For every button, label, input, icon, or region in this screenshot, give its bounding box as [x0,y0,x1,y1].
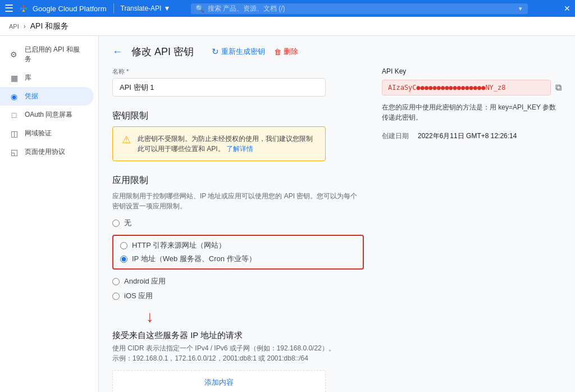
name-field-section: 名称 * [112,67,364,97]
red-arrow-icon: ↓ [146,308,364,326]
domain-icon: ◫ [9,129,19,138]
add-content-label: 添加内容 [204,377,234,388]
regenerate-key-button[interactable]: ↻ 重新生成密钥 [212,47,265,57]
radio-http[interactable]: HTTP 引荐来源网址（网站） [120,240,356,250]
key-restriction-title: 密钥限制 [112,110,364,122]
radio-ios[interactable]: iOS 应用 [112,291,364,301]
sidebar-item-credentials[interactable]: ◉ 凭据 [0,87,94,106]
svg-point-0 [22,7,25,10]
created-label: 创建日期 [382,131,409,141]
content-right: API Key AIzaSyC●●●●●●●●●●●●●●●●●NY_z8 ⧉ … [382,67,562,392]
topbar-project-arrow-icon: ▼ [163,4,170,12]
key-restriction-section: 密钥限制 ⚠ 此密钥不受限制。为防止未经授权的使用，我们建议您限制此可以用于哪些… [112,110,364,161]
api-key-value-row: AIzaSyC●●●●●●●●●●●●●●●●●NY_z8 ⧉ [382,80,562,95]
server-ip-title: 接受来自这些服务器 IP 地址的请求 [112,330,364,341]
topbar-project-name: Translate-API [121,4,162,12]
topbar: ☰ Google Cloud Platform Translate-API ▼ … [0,0,575,17]
radio-group-app-restriction: 无 HTTP 引荐来源网址（网站） IP 地址（Web 服务器、Cron 作业等… [112,218,364,301]
api-key-text: AIzaSyC●●●●●●●●●●●●●●●●●NY_z8 [382,80,551,95]
radio-android-input[interactable] [112,278,120,285]
sidebar-item-page-usage[interactable]: ◱ 页面使用协议 [0,143,94,161]
secondary-bar-separator: › [24,22,26,30]
search-input[interactable] [208,4,514,12]
app-restriction-desc: 应用限制用于控制哪些网站、IP 地址或应用可以使用您的 API 密钥。您可以为每… [112,191,364,211]
radio-none-label: 无 [124,218,131,228]
sidebar-item-domain[interactable]: ◫ 网域验证 [0,124,94,143]
main-layout: ⚙ 已启用的 API 和服务 ▦ 库 ◉ 凭据 □ OAuth 同意屏幕 ◫ 网… [0,36,575,392]
search-expand-icon: ▼ [518,6,523,12]
gcp-logo-icon [18,3,29,14]
radio-none-input[interactable] [112,220,120,227]
learn-more-link[interactable]: 了解详情 [226,145,253,153]
topbar-logo: Google Cloud Platform [18,3,107,14]
credentials-icon: ◉ [9,92,19,101]
delete-button[interactable]: 🗑 删除 [274,47,298,57]
warning-text: 此密钥不受限制。为防止未经授权的使用，我们建议您限制此可以用于哪些位置和 API… [138,134,316,154]
radio-ios-label: iOS 应用 [124,291,153,301]
radio-http-input[interactable] [120,242,127,249]
content-columns: 名称 * 密钥限制 ⚠ 此密钥不受限制。为防止未经授权的使用，我们建议您限制此可… [112,67,562,392]
close-icon[interactable]: ✕ [564,4,571,13]
sidebar-item-label: 网域验证 [25,129,52,138]
page-title: 修改 API 密钥 [131,45,194,58]
restriction-highlight-box: HTTP 引荐来源网址（网站） IP 地址（Web 服务器、Cron 作业等） [112,235,364,270]
name-label: 名称 * [112,67,364,76]
header-actions: ↻ 重新生成密钥 🗑 删除 [212,47,298,57]
api-key-title: API Key [382,67,562,75]
radio-ip-input[interactable] [120,256,127,263]
regenerate-icon: ↻ [212,47,219,57]
name-input[interactable] [112,78,326,97]
radio-http-label: HTTP 引荐来源网址（网站） [132,240,226,250]
add-content-button[interactable]: 添加内容 [112,370,326,392]
page-header: ← 修改 API 密钥 ↻ 重新生成密钥 🗑 删除 [112,45,562,58]
radio-android-label: Android 应用 [124,276,166,286]
secondary-bar: API › API 和服务 [0,17,575,36]
search-icon: 🔍 [195,4,204,13]
created-date-row: 创建日期 2022年6月11日 GMT+8 12:26:14 [382,131,562,141]
main-content: ← 修改 API 密钥 ↻ 重新生成密钥 🗑 删除 名称 * [99,36,575,392]
sidebar-item-oauth[interactable]: □ OAuth 同意屏幕 [0,106,94,124]
page-usage-icon: ◱ [9,148,19,157]
topbar-title: Google Cloud Platform [33,4,107,13]
topbar-project-selector[interactable]: Translate-API ▼ [121,4,171,12]
settings-icon: ⚙ [9,50,19,59]
app-restriction-title: 应用限制 [112,175,364,186]
server-ip-section: 接受来自这些服务器 IP 地址的请求 使用 CIDR 表示法指定一个 IPv4 … [112,330,364,392]
radio-ip[interactable]: IP 地址（Web 服务器、Cron 作业等） [120,254,356,264]
copy-button[interactable]: ⧉ [555,83,562,93]
warning-icon: ⚠ [122,134,131,146]
secondary-bar-title: API 和服务 [30,21,69,31]
regenerate-label: 重新生成密钥 [221,47,265,57]
topbar-right-icons: ✕ [564,4,571,13]
sidebar-item-label: 已启用的 API 和服务 [25,45,85,64]
warning-box: ⚠ 此密钥不受限制。为防止未经授权的使用，我们建议您限制此可以用于哪些位置和 A… [112,126,326,161]
topbar-search-bar[interactable]: 🔍 ▼ [191,3,528,14]
sidebar: ⚙ 已启用的 API 和服务 ▦ 库 ◉ 凭据 □ OAuth 同意屏幕 ◫ 网… [0,36,99,392]
server-ip-desc: 使用 CIDR 表示法指定一个 IPv4 / IPv6 或子网（例如：192.1… [112,343,364,363]
radio-none[interactable]: 无 [112,218,364,228]
sidebar-item-label: OAuth 同意屏幕 [25,110,72,120]
secondary-bar-api-label: API [9,23,19,30]
app-restriction-section: 应用限制 应用限制用于控制哪些网站、IP 地址或应用可以使用您的 API 密钥。… [112,175,364,392]
api-key-panel: API Key AIzaSyC●●●●●●●●●●●●●●●●●NY_z8 ⧉ … [382,67,562,141]
radio-ip-label: IP 地址（Web 服务器、Cron 作业等） [132,254,256,264]
back-button[interactable]: ← [112,46,122,58]
radio-ios-input[interactable] [112,293,120,300]
menu-icon[interactable]: ☰ [4,2,13,15]
sidebar-item-label: 凭据 [25,92,38,101]
sidebar-item-label: 库 [25,73,31,83]
delete-label: 删除 [284,47,298,57]
created-value: 2022年6月11日 GMT+8 12:26:14 [418,131,517,141]
delete-icon: 🗑 [274,48,281,56]
oauth-icon: □ [9,111,19,120]
sidebar-item-library[interactable]: ▦ 库 [0,69,94,87]
radio-android[interactable]: Android 应用 [112,276,364,286]
sidebar-item-enabled-apis[interactable]: ⚙ 已启用的 API 和服务 [0,40,94,69]
library-icon: ▦ [9,74,19,83]
sidebar-item-label: 页面使用协议 [25,147,65,157]
topbar-divider [113,3,114,13]
content-left: 名称 * 密钥限制 ⚠ 此密钥不受限制。为防止未经授权的使用，我们建议您限制此可… [112,67,364,392]
api-key-hint: 在您的应用中使用此密钥的方法是：用 key=API_KEY 参数传递此密钥。 [382,102,562,122]
